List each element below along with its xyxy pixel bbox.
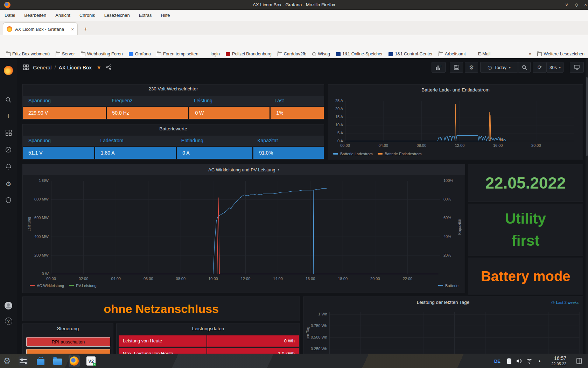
- file-manager-folder-icon[interactable]: [52, 355, 63, 367]
- tray-expand-arrow[interactable]: ▲: [538, 354, 541, 368]
- axis-tick: 02:00: [79, 277, 89, 281]
- bookmark-item[interactable]: Grafana: [129, 52, 151, 56]
- bookmarks-overflow-chevron[interactable]: »: [529, 52, 532, 56]
- create-plus-icon[interactable]: +: [0, 113, 17, 120]
- minimize-button[interactable]: ∨: [562, 0, 571, 10]
- maximize-button[interactable]: ◇: [572, 0, 581, 10]
- bookmark-item[interactable]: Arbeitsamt: [439, 52, 466, 56]
- legend-label[interactable]: Batterie.Entladestrom: [385, 152, 422, 156]
- v2-app-icon[interactable]: V2 +: [85, 355, 97, 367]
- panel-battery-current-chart: Batterie Lade- und Entladestrom Batterie…: [328, 84, 583, 159]
- refresh-button[interactable]: ⟳: [533, 62, 547, 73]
- user-avatar[interactable]: [0, 301, 17, 310]
- new-tab-button[interactable]: +: [81, 25, 90, 34]
- bookmark-icon: [226, 52, 230, 56]
- panel-title[interactable]: Leistungsdaten: [117, 326, 300, 331]
- save-dashboard-button[interactable]: [450, 62, 463, 73]
- page-title[interactable]: AX Licom Box: [59, 64, 92, 70]
- panel-date[interactable]: 22.05.2022: [468, 164, 583, 202]
- panel-title[interactable]: Leistung der letzten Tage: [303, 300, 583, 305]
- window-titlebar[interactable]: AX Licom Box - Grafana - Mozilla Firefox…: [0, 0, 588, 10]
- tab-close-icon[interactable]: ×: [68, 27, 77, 32]
- bookmark-item[interactable]: Fritz Box webmenü: [6, 52, 50, 56]
- help-icon[interactable]: ?: [0, 318, 17, 325]
- battery-current-plot[interactable]: [345, 101, 574, 141]
- rpi-secondary-button[interactable]: [26, 349, 110, 354]
- explore-compass-icon[interactable]: [0, 146, 17, 153]
- dashboard-settings-button[interactable]: ⚙: [465, 62, 478, 73]
- panel-title[interactable]: Batterie Lade- und Entladestrom: [328, 87, 583, 93]
- column-header: Spannung: [23, 136, 95, 146]
- admin-shield-icon[interactable]: [0, 197, 17, 203]
- panel-title[interactable]: 230 Volt Wechselrichter: [23, 86, 324, 91]
- grafana-favicon: [7, 26, 12, 32]
- legend-label[interactable]: AC.Wirkleistung: [37, 284, 64, 288]
- panel-header-bar[interactable]: AC Wirkleistung und PV-Leistung ▾: [23, 164, 465, 175]
- bookmark-icon: [336, 52, 341, 56]
- power-row-value: 0 Wh: [207, 335, 299, 347]
- refresh-interval-picker[interactable]: 30s ▾: [547, 62, 564, 73]
- scrollbar-thumb[interactable]: [586, 77, 588, 156]
- time-range-picker[interactable]: ◷ Today ▾: [480, 62, 518, 73]
- axis-tick: 00:00: [340, 143, 350, 148]
- bookmark-item[interactable]: 1&1 Online-Speicher: [336, 52, 383, 56]
- app-launcher-gear-icon[interactable]: ⚙: [1, 355, 13, 367]
- panel-title[interactable]: Batteriewerte: [23, 126, 324, 131]
- menu-item[interactable]: Datei: [0, 10, 20, 21]
- bookmark-item[interactable]: E-Mail: [472, 52, 490, 56]
- clipboard-icon[interactable]: [507, 354, 512, 368]
- bookmark-item[interactable]: Webhosting Foren: [81, 52, 123, 56]
- breadcrumb-grid-icon: [23, 64, 29, 70]
- search-icon[interactable]: [0, 97, 17, 103]
- keyboard-layout-indicator[interactable]: DE: [494, 354, 500, 368]
- bookmark-item[interactable]: Polizei Brandenburg: [226, 52, 272, 56]
- bookmarks-more[interactable]: Weitere Lesezeichen: [537, 52, 584, 56]
- scrollbar-track[interactable]: [586, 58, 588, 354]
- tab-active[interactable]: AX Licom Box - Grafana ×: [3, 22, 78, 35]
- panel-title[interactable]: Steuerung: [23, 326, 113, 331]
- menu-item[interactable]: Chronik: [75, 10, 100, 21]
- favorite-star-icon[interactable]: ★: [97, 64, 101, 70]
- menu-item[interactable]: Extras: [134, 10, 156, 21]
- configuration-gear-icon[interactable]: ⚙: [0, 180, 17, 188]
- ac-pv-plot[interactable]: [51, 181, 440, 274]
- bookmark-item[interactable]: Foren temp seiten: [157, 52, 198, 56]
- axis-tick: 20:00: [370, 277, 380, 281]
- software-bag-icon[interactable]: [35, 355, 46, 367]
- bookmark-icon: [157, 52, 161, 56]
- alerting-bell-icon[interactable]: [0, 163, 17, 170]
- close-button[interactable]: ×: [581, 0, 588, 10]
- bookmark-item[interactable]: Carddav2fb: [278, 52, 307, 56]
- add-panel-button[interactable]: +: [432, 62, 446, 73]
- share-icon[interactable]: [106, 64, 112, 70]
- menu-item[interactable]: Bearbeiten: [20, 10, 51, 21]
- notifications-panel-icon[interactable]: [576, 354, 582, 368]
- rpi-shutdown-button[interactable]: RPI ausschalten: [26, 337, 110, 347]
- zoom-out-button[interactable]: [518, 62, 531, 73]
- menu-item[interactable]: Lesezeichen: [100, 10, 134, 21]
- legend-label[interactable]: PV.Leistung: [76, 284, 96, 288]
- bookmark-item[interactable]: Wisag: [312, 52, 330, 56]
- settings-sliders-icon[interactable]: [18, 355, 29, 367]
- panel-battery-mode[interactable]: Battery mode: [468, 258, 583, 295]
- menu-item[interactable]: Ansicht: [51, 10, 75, 21]
- axis-tick: 08:00: [176, 277, 186, 281]
- legend-label[interactable]: Batterie.Ladestrom: [340, 152, 373, 156]
- last-days-plot[interactable]: [329, 312, 580, 354]
- dashboards-grid-icon[interactable]: [0, 130, 17, 136]
- time-shift-link[interactable]: ◷ Last 2 weeks: [551, 300, 579, 305]
- panel-utility-first[interactable]: Utilityfirst: [468, 204, 583, 255]
- volume-icon[interactable]: [516, 354, 522, 368]
- wifi-icon[interactable]: [526, 354, 533, 368]
- panel-grid-status[interactable]: ohne Netzanschluss: [22, 297, 300, 321]
- breadcrumb-section[interactable]: General: [33, 64, 51, 70]
- legend-label[interactable]: Batterie: [445, 284, 458, 288]
- clock-widget[interactable]: 16:57 22.05.22: [551, 354, 566, 368]
- tv-kiosk-button[interactable]: [570, 62, 584, 73]
- bookmark-item[interactable]: 1&1 Control-Center: [388, 52, 433, 56]
- menu-item[interactable]: Hilfe: [156, 10, 175, 21]
- bookmark-item[interactable]: Server: [56, 52, 75, 56]
- bookmark-item[interactable]: login: [204, 52, 220, 56]
- grafana-logo[interactable]: [4, 66, 13, 75]
- firefox-taskbar-icon[interactable]: [69, 355, 80, 367]
